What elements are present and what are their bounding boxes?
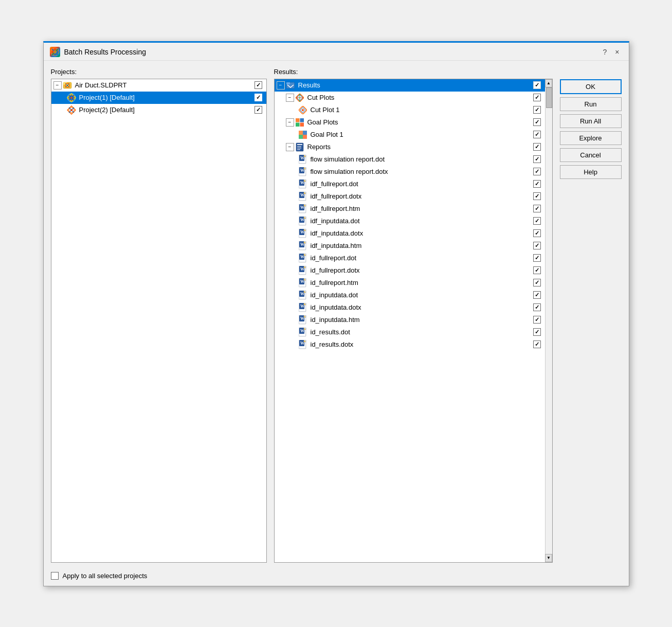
tree-item-air-duct[interactable]: Air Duct.SLDPRT [51,79,266,92]
reports-checkbox[interactable] [533,143,541,151]
tree-item-r9[interactable]: W id_fullreport.dot [275,252,545,264]
r1-checkbox[interactable] [533,155,541,163]
r10-checkbox[interactable] [533,266,541,274]
svg-point-9 [70,109,72,111]
help-action-button[interactable]: Help [560,165,622,179]
tree-item-goal-plot-1[interactable]: Goal Plot 1 [275,129,545,141]
tree-item-r7[interactable]: W idf_inputdata.dotx [275,227,545,240]
r7-checkbox[interactable] [533,229,541,237]
air-duct-checkbox[interactable] [255,81,262,89]
r15-checkbox[interactable] [533,328,541,336]
cancel-button[interactable]: Cancel [560,148,622,162]
project2-icon [67,105,76,115]
goal-plots-label: Goal Plots [306,118,533,126]
r8-icon: W [298,241,307,250]
svg-point-7 [70,97,72,99]
tree-item-r8[interactable]: W idf_inputdata.htm [275,240,545,252]
tree-item-project2[interactable]: Project(2) [Default] [51,104,266,116]
results-panel: Results: Results [274,68,553,563]
ok-button[interactable]: OK [560,79,622,94]
results-root-checkbox[interactable] [533,81,541,89]
tree-item-r2[interactable]: W flow simulation report.dotx [275,166,545,178]
results-scrollbar[interactable]: ▲ ▼ [545,79,552,562]
goal-plots-icon [295,118,304,127]
tree-item-project1[interactable]: Project(1) [Default] [51,92,266,104]
tree-item-r6[interactable]: W idf_inputdata.dot [275,215,545,227]
project1-checkbox[interactable] [255,94,262,101]
tree-item-r3[interactable]: W idf_fullreport.dot [275,178,545,190]
r9-checkbox[interactable] [533,254,541,262]
run-all-button[interactable]: Run All [560,114,622,128]
r3-icon: W [298,180,307,189]
results-tree[interactable]: Results [275,79,545,562]
r12-label: id_inputdata.dot [310,291,533,299]
r11-icon: W [298,278,307,288]
tree-item-r12[interactable]: W id_inputdata.dot [275,289,545,301]
goal-plot-1-checkbox[interactable] [533,131,541,138]
scroll-thumb[interactable] [546,87,552,108]
tree-item-r14[interactable]: W id_inputdata.htm [275,314,545,326]
tree-item-r4[interactable]: W idf_fullreport.dotx [275,190,545,203]
svg-point-18 [302,109,304,111]
r6-label: idf_inputdata.dot [310,217,533,225]
expand-cut-plots[interactable] [286,94,294,102]
tree-item-results-root[interactable]: Results [275,79,545,92]
tree-item-r13[interactable]: W id_inputdata.dotx [275,301,545,314]
project1-label: Project(1) [Default] [78,94,255,101]
batch-results-dialog: Batch Results Processing ? × Projects: [43,41,629,586]
tree-item-r5[interactable]: W idf_fullreport.htm [275,203,545,215]
r15-icon: W [298,328,307,337]
r11-label: id_fullreport.htm [310,279,533,286]
r2-checkbox[interactable] [533,168,541,175]
apply-all-checkbox[interactable] [51,572,59,580]
buttons-panel: OK Run Run All Explore Cancel Help [560,68,622,563]
projects-tree[interactable]: Air Duct.SLDPRT Project(1) [ [51,79,267,563]
expand-reports[interactable] [286,143,294,151]
r8-label: idf_inputdata.htm [310,242,533,249]
r14-checkbox[interactable] [533,316,541,324]
scroll-down-arrow[interactable]: ▼ [545,554,552,562]
tree-item-r16[interactable]: W id_results.dotx [275,338,545,351]
cut-plot-1-icon [298,105,307,115]
scroll-track[interactable] [546,87,552,554]
results-root-icon [286,81,295,90]
cut-plots-checkbox[interactable] [533,94,541,101]
close-button[interactable]: × [612,47,622,57]
r11-checkbox[interactable] [533,279,541,286]
expand-results[interactable] [277,81,285,89]
tree-item-reports[interactable]: Reports [275,141,545,153]
title-bar: Batch Results Processing ? × [44,43,629,61]
r10-label: id_fullreport.dotx [310,266,533,274]
goal-plots-checkbox[interactable] [533,118,541,126]
r12-checkbox[interactable] [533,291,541,299]
projects-label: Projects: [51,68,267,76]
r16-checkbox[interactable] [533,341,541,348]
expand-goal-plots[interactable] [286,118,294,127]
r13-icon: W [298,303,307,312]
cut-plot-1-checkbox[interactable] [533,106,541,114]
r4-checkbox[interactable] [533,192,541,200]
svg-rect-19 [296,118,300,122]
r3-checkbox[interactable] [533,180,541,188]
r13-checkbox[interactable] [533,303,541,311]
tree-item-r11[interactable]: W id_fullreport.htm [275,277,545,289]
tree-item-r10[interactable]: W id_fullreport.dotx [275,264,545,277]
r6-checkbox[interactable] [533,217,541,225]
r5-checkbox[interactable] [533,205,541,212]
svg-rect-25 [299,131,303,135]
tree-item-goal-plots[interactable]: Goal Plots [275,116,545,129]
r8-checkbox[interactable] [533,242,541,249]
help-button[interactable]: ? [600,47,610,57]
tree-item-r15[interactable]: W id_results.dot [275,326,545,338]
tree-item-cut-plot-1[interactable]: Cut Plot 1 [275,104,545,116]
r4-icon: W [298,192,307,201]
explore-button[interactable]: Explore [560,131,622,145]
r9-label: id_fullreport.dot [310,254,533,262]
tree-item-cut-plots[interactable]: Cut Plots [275,92,545,104]
expand-air-duct[interactable] [53,81,62,89]
run-button[interactable]: Run [560,97,622,111]
tree-item-r1[interactable]: W flow simulation report.dot [275,153,545,166]
report-items: W flow simulation report.dot W flow simu… [275,153,545,351]
project2-checkbox[interactable] [255,106,262,114]
scroll-up-arrow[interactable]: ▲ [545,79,552,87]
